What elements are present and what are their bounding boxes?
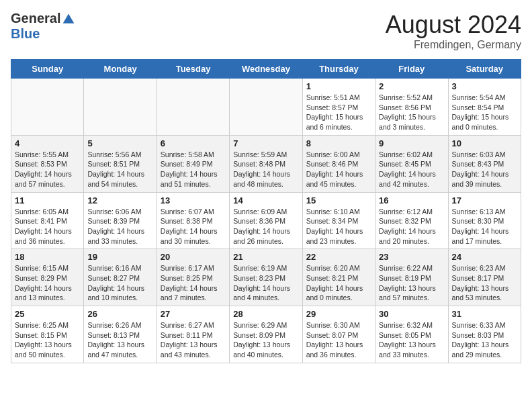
calendar-cell [157,79,229,136]
logo-general-text: General [11,11,60,26]
day-info: Sunrise: 6:03 AMSunset: 8:43 PMDaylight:… [452,150,517,189]
day-number: 16 [379,195,444,205]
calendar-week-3: 11Sunrise: 6:05 AMSunset: 8:41 PMDayligh… [11,192,521,249]
day-number: 13 [161,195,226,205]
day-info: Sunrise: 6:10 AMSunset: 8:34 PMDaylight:… [306,207,371,246]
calendar-week-2: 4Sunrise: 5:55 AMSunset: 8:53 PMDaylight… [11,135,521,192]
calendar-cell: 19Sunrise: 6:16 AMSunset: 8:27 PMDayligh… [84,249,157,306]
calendar-cell: 27Sunrise: 6:27 AMSunset: 8:11 PMDayligh… [157,306,229,363]
calendar-cell: 1Sunrise: 5:51 AMSunset: 8:57 PMDaylight… [302,79,375,136]
day-number: 6 [161,138,226,148]
day-info: Sunrise: 5:58 AMSunset: 8:49 PMDaylight:… [161,150,226,189]
day-header-wednesday: Wednesday [230,60,302,79]
day-info: Sunrise: 6:15 AMSunset: 8:29 PMDaylight:… [15,263,80,303]
calendar-cell: 6Sunrise: 5:58 AMSunset: 8:49 PMDaylight… [157,135,229,192]
day-info: Sunrise: 6:27 AMSunset: 8:11 PMDaylight:… [161,320,226,360]
day-number: 12 [87,195,152,205]
day-number: 18 [15,252,80,262]
day-info: Sunrise: 6:29 AMSunset: 8:09 PMDaylight:… [233,320,298,360]
day-info: Sunrise: 6:26 AMSunset: 8:13 PMDaylight:… [87,320,152,360]
day-number: 15 [306,195,371,205]
calendar-cell: 5Sunrise: 5:56 AMSunset: 8:51 PMDaylight… [84,135,157,192]
calendar-cell: 24Sunrise: 6:23 AMSunset: 8:17 PMDayligh… [448,249,521,306]
day-number: 29 [306,309,371,319]
day-number: 27 [161,309,226,319]
logo: General Blue [11,11,75,42]
day-number: 28 [233,309,298,319]
day-number: 14 [233,195,298,205]
day-number: 31 [452,309,517,319]
day-info: Sunrise: 5:59 AMSunset: 8:48 PMDaylight:… [233,150,298,189]
day-info: Sunrise: 6:17 AMSunset: 8:25 PMDaylight:… [161,263,226,303]
day-info: Sunrise: 5:51 AMSunset: 8:57 PMDaylight:… [306,93,371,132]
day-info: Sunrise: 6:13 AMSunset: 8:30 PMDaylight:… [452,207,517,246]
day-number: 22 [306,252,371,262]
day-header-monday: Monday [84,60,157,79]
calendar-week-5: 25Sunrise: 6:25 AMSunset: 8:15 PMDayligh… [11,306,521,363]
calendar-cell: 30Sunrise: 6:32 AMSunset: 8:05 PMDayligh… [375,306,448,363]
day-number: 3 [452,81,517,91]
day-info: Sunrise: 6:02 AMSunset: 8:45 PMDaylight:… [379,150,444,189]
day-info: Sunrise: 6:05 AMSunset: 8:41 PMDaylight:… [15,207,80,246]
day-header-friday: Friday [375,60,448,79]
calendar-cell: 25Sunrise: 6:25 AMSunset: 8:15 PMDayligh… [11,306,84,363]
page-header: General Blue August 2024 Fremdingen, Ger… [11,11,521,51]
calendar-cell: 3Sunrise: 5:54 AMSunset: 8:54 PMDaylight… [448,79,521,136]
day-number: 21 [233,252,298,262]
day-info: Sunrise: 6:12 AMSunset: 8:32 PMDaylight:… [379,207,444,246]
day-number: 9 [379,138,444,148]
day-info: Sunrise: 6:00 AMSunset: 8:46 PMDaylight:… [306,150,371,189]
location: Fremdingen, Germany [386,39,521,51]
day-info: Sunrise: 5:54 AMSunset: 8:54 PMDaylight:… [452,93,517,132]
day-number: 23 [379,252,444,262]
calendar-cell: 4Sunrise: 5:55 AMSunset: 8:53 PMDaylight… [11,135,84,192]
calendar-cell: 29Sunrise: 6:30 AMSunset: 8:07 PMDayligh… [302,306,375,363]
day-number: 8 [306,138,371,148]
day-number: 25 [15,309,80,319]
calendar-header-row: SundayMondayTuesdayWednesdayThursdayFrid… [11,60,521,79]
day-info: Sunrise: 6:19 AMSunset: 8:23 PMDaylight:… [233,263,298,303]
calendar-cell: 23Sunrise: 6:22 AMSunset: 8:19 PMDayligh… [375,249,448,306]
day-header-saturday: Saturday [448,60,521,79]
day-number: 1 [306,81,371,91]
calendar-cell: 22Sunrise: 6:20 AMSunset: 8:21 PMDayligh… [302,249,375,306]
day-number: 24 [452,252,517,262]
day-info: Sunrise: 6:20 AMSunset: 8:21 PMDaylight:… [306,263,371,303]
day-header-thursday: Thursday [302,60,375,79]
day-info: Sunrise: 6:16 AMSunset: 8:27 PMDaylight:… [87,263,152,303]
calendar-cell: 10Sunrise: 6:03 AMSunset: 8:43 PMDayligh… [448,135,521,192]
calendar-cell [230,79,302,136]
day-info: Sunrise: 5:55 AMSunset: 8:53 PMDaylight:… [15,150,80,189]
day-header-sunday: Sunday [11,60,84,79]
title-block: August 2024 Fremdingen, Germany [386,11,521,51]
calendar-cell: 26Sunrise: 6:26 AMSunset: 8:13 PMDayligh… [84,306,157,363]
day-info: Sunrise: 6:22 AMSunset: 8:19 PMDaylight:… [379,263,444,303]
calendar-cell [84,79,157,136]
calendar-cell: 18Sunrise: 6:15 AMSunset: 8:29 PMDayligh… [11,249,84,306]
month-year: August 2024 [386,11,521,39]
calendar-week-1: 1Sunrise: 5:51 AMSunset: 8:57 PMDaylight… [11,79,521,136]
day-number: 11 [15,195,80,205]
calendar-cell: 9Sunrise: 6:02 AMSunset: 8:45 PMDaylight… [375,135,448,192]
calendar-cell: 11Sunrise: 6:05 AMSunset: 8:41 PMDayligh… [11,192,84,249]
calendar-cell: 7Sunrise: 5:59 AMSunset: 8:48 PMDaylight… [230,135,302,192]
day-number: 20 [161,252,226,262]
day-info: Sunrise: 6:09 AMSunset: 8:36 PMDaylight:… [233,207,298,246]
day-header-tuesday: Tuesday [157,60,229,79]
day-info: Sunrise: 6:30 AMSunset: 8:07 PMDaylight:… [306,320,371,360]
day-info: Sunrise: 6:23 AMSunset: 8:17 PMDaylight:… [452,263,517,303]
day-number: 19 [87,252,152,262]
day-number: 17 [452,195,517,205]
calendar-cell: 21Sunrise: 6:19 AMSunset: 8:23 PMDayligh… [230,249,302,306]
day-number: 30 [379,309,444,319]
day-number: 4 [15,138,80,148]
calendar-cell: 14Sunrise: 6:09 AMSunset: 8:36 PMDayligh… [230,192,302,249]
day-number: 7 [233,138,298,148]
day-info: Sunrise: 6:25 AMSunset: 8:15 PMDaylight:… [15,320,80,360]
day-info: Sunrise: 6:07 AMSunset: 8:38 PMDaylight:… [161,207,226,246]
svg-marker-0 [63,13,75,23]
day-info: Sunrise: 6:32 AMSunset: 8:05 PMDaylight:… [379,320,444,360]
calendar-cell: 20Sunrise: 6:17 AMSunset: 8:25 PMDayligh… [157,249,229,306]
calendar-cell: 15Sunrise: 6:10 AMSunset: 8:34 PMDayligh… [302,192,375,249]
day-info: Sunrise: 5:52 AMSunset: 8:56 PMDaylight:… [379,93,444,132]
